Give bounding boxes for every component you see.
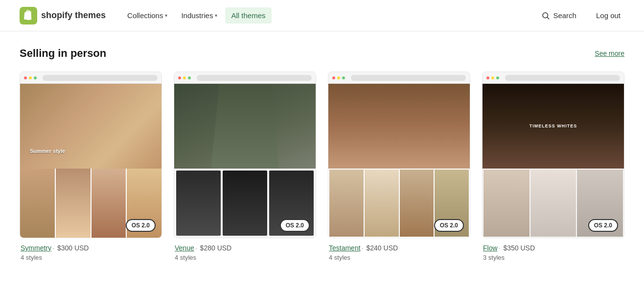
flow-hero-text: TIMELESS WHITES — [529, 123, 577, 128]
browser-dot-yellow — [183, 76, 186, 79]
nav-all-themes[interactable]: All themes — [225, 7, 271, 24]
nav-all-themes-label: All themes — [231, 11, 265, 20]
chevron-down-icon: ▾ — [215, 13, 217, 18]
theme-info-symmetry: Symmetry · $300 USD 4 styles — [20, 244, 162, 261]
nav-collections[interactable]: Collections ▾ — [121, 7, 173, 24]
browser-bar — [174, 72, 316, 84]
theme-grid: Summer style OS 2.0 Symmetry · $300 USD — [20, 72, 624, 261]
theme-card-venue[interactable]: OS 2.0 Venue · $280 USD 4 styles — [174, 72, 316, 261]
nav-industries-label: Industries — [181, 11, 213, 20]
browser-dot-yellow — [29, 76, 32, 79]
flow-item-1 — [483, 170, 529, 237]
os-badge-testament: OS 2.0 — [434, 219, 464, 232]
test-item-2 — [365, 170, 399, 237]
theme-price-symmetry: $300 USD — [57, 244, 89, 252]
section-title: Selling in person — [20, 47, 106, 60]
screenshot-content: Summer style — [20, 84, 161, 238]
header-right: Search Log out — [537, 7, 624, 24]
browser-url-bar — [351, 75, 466, 81]
see-more-link[interactable]: See more — [595, 49, 624, 57]
theme-name-price-venue: Venue · $280 USD — [175, 244, 315, 252]
header: shopify themes Collections ▾ Industries … — [0, 0, 644, 31]
theme-name-price-flow: Flow · $350 USD — [483, 244, 623, 252]
os-badge-symmetry: OS 2.0 — [126, 219, 156, 232]
theme-price-venue: $280 USD — [200, 244, 232, 252]
browser-dot-yellow — [491, 76, 494, 79]
theme-name-venue[interactable]: Venue — [175, 244, 194, 252]
browser-url-bar — [197, 75, 312, 81]
test-item-1 — [329, 170, 364, 237]
separator: · — [499, 244, 501, 252]
browser-url-bar — [43, 75, 158, 81]
venue-hero — [174, 84, 316, 169]
section-header: Selling in person See more — [20, 47, 624, 60]
browser-url-bar — [505, 75, 620, 81]
testament-hero — [328, 84, 470, 169]
theme-image-symmetry: Summer style OS 2.0 — [20, 72, 162, 238]
theme-card-testament[interactable]: OS 2.0 Testament · $240 USD 4 styles — [328, 72, 470, 261]
browser-bar — [483, 72, 624, 84]
theme-info-testament: Testament · $240 USD 4 styles — [328, 244, 470, 261]
theme-styles-symmetry: 4 styles — [21, 254, 161, 261]
theme-name-flow[interactable]: Flow — [483, 244, 498, 252]
search-label: Search — [553, 11, 576, 20]
test-item-3 — [400, 170, 434, 237]
browser-dot-red — [332, 76, 335, 79]
theme-name-symmetry[interactable]: Symmetry — [21, 244, 51, 252]
nav-industries[interactable]: Industries ▾ — [175, 7, 223, 24]
theme-name-price-symmetry: Symmetry · $300 USD — [21, 244, 161, 252]
browser-bar — [20, 72, 161, 84]
theme-price-flow: $350 USD — [503, 244, 535, 252]
browser-bar — [328, 72, 470, 84]
main-nav: Collections ▾ Industries ▾ All themes — [121, 7, 537, 24]
browser-dot-red — [486, 76, 489, 79]
screenshot-content: TIMELESS WHITES — [483, 84, 624, 238]
os-badge-flow: OS 2.0 — [588, 219, 618, 232]
search-icon — [541, 11, 550, 20]
sym-hero: Summer style — [20, 84, 161, 169]
sym-grid-item-1 — [20, 169, 55, 238]
browser-dot-green — [342, 76, 345, 79]
logo[interactable]: shopify themes — [20, 7, 106, 25]
theme-price-testament: $240 USD — [366, 244, 398, 252]
theme-image-flow: TIMELESS WHITES OS 2.0 — [482, 72, 624, 238]
separator: · — [52, 244, 54, 252]
browser-dot-green — [496, 76, 499, 79]
theme-image-venue: OS 2.0 — [174, 72, 316, 238]
separator: · — [195, 244, 197, 252]
logo-text: shopify themes — [41, 10, 106, 21]
svg-point-1 — [543, 13, 548, 18]
browser-dot-red — [24, 76, 27, 79]
separator: · — [362, 244, 364, 252]
theme-card-symmetry[interactable]: Summer style OS 2.0 Symmetry · $300 USD — [20, 72, 162, 261]
theme-name-price-testament: Testament · $240 USD — [329, 244, 469, 252]
logout-button[interactable]: Log out — [592, 7, 624, 24]
sym-grid-item-3 — [92, 169, 126, 238]
venue-product-1 — [176, 171, 221, 236]
flow-item-2 — [530, 170, 576, 237]
nav-collections-label: Collections — [127, 11, 163, 20]
browser-dot-green — [188, 76, 191, 79]
sym-hero-text: Summer style — [30, 148, 65, 154]
os-badge-venue: OS 2.0 — [280, 219, 310, 232]
theme-styles-venue: 4 styles — [175, 254, 315, 261]
search-button[interactable]: Search — [537, 7, 580, 24]
flow-hero: TIMELESS WHITES — [483, 84, 624, 169]
browser-dot-red — [178, 76, 181, 79]
theme-card-flow[interactable]: TIMELESS WHITES OS 2.0 Flow · $350 USD — [482, 72, 624, 261]
shopify-logo-icon — [20, 7, 37, 25]
venue-product-2 — [223, 171, 267, 236]
theme-info-flow: Flow · $350 USD 3 styles — [482, 244, 624, 261]
main-content: Selling in person See more Summer style — [0, 31, 644, 277]
venue-person — [203, 84, 287, 169]
theme-info-venue: Venue · $280 USD 4 styles — [174, 244, 316, 261]
screenshot-content — [174, 84, 316, 238]
theme-styles-testament: 4 styles — [329, 254, 469, 261]
sym-grid-item-2 — [56, 169, 91, 238]
svg-line-2 — [548, 17, 549, 19]
theme-styles-flow: 3 styles — [483, 254, 623, 261]
theme-name-testament[interactable]: Testament — [329, 244, 361, 252]
theme-image-testament: OS 2.0 — [328, 72, 470, 238]
screenshot-content — [328, 84, 470, 238]
chevron-down-icon: ▾ — [165, 13, 167, 18]
